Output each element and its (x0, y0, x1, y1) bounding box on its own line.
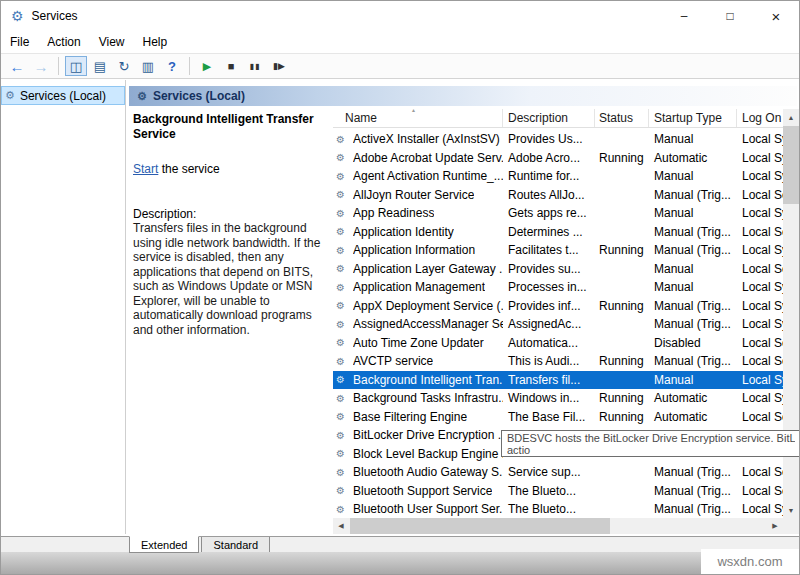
pause-service-icon[interactable]: ▮▮ (244, 56, 266, 76)
service-gear-icon: ⚙ (336, 374, 349, 385)
table-row[interactable]: ⚙AllJoyn Router ServiceRoutes AllJo...Ma… (333, 186, 783, 205)
properties-icon[interactable]: ▤ (89, 56, 111, 76)
service-description: Automatica... (503, 336, 595, 350)
table-row[interactable]: ⚙Agent Activation Runtime_...Runtime for… (333, 167, 783, 186)
table-row[interactable]: ⚙AVCTP serviceThis is Audi...RunningManu… (333, 352, 783, 371)
service-log-on: Local Sy... (737, 243, 783, 257)
tab-extended[interactable]: Extended (129, 536, 199, 553)
table-row[interactable]: ⚙Base Filtering EngineThe Base Fil...Run… (333, 408, 783, 427)
table-row[interactable]: ⚙AssignedAccessManager Se...AssignedAc..… (333, 315, 783, 334)
column-header-name[interactable]: ▲ Name (333, 109, 503, 127)
help-icon[interactable]: ? (161, 56, 183, 76)
service-log-on: Local Sy... (737, 151, 783, 165)
restart-service-icon[interactable]: ▮▶ (268, 56, 290, 76)
column-header-description[interactable]: Description (503, 109, 595, 127)
menu-file[interactable]: File (1, 35, 38, 49)
service-name-cell: ⚙Application Management (333, 280, 503, 294)
horizontal-scrollbar-thumb[interactable] (350, 518, 610, 534)
service-log-on: Local Sy... (737, 206, 783, 220)
scroll-up-icon[interactable]: ▲ (783, 109, 799, 125)
table-row[interactable]: ⚙Application InformationFacilitates t...… (333, 241, 783, 260)
service-name: AVCTP service (353, 354, 433, 368)
menu-help[interactable]: Help (134, 35, 177, 49)
service-gear-icon: ⚙ (336, 134, 349, 145)
table-row[interactable]: ⚙AppX Deployment Service (...Provides in… (333, 297, 783, 316)
table-row[interactable]: ⚙App ReadinessGets apps re...ManualLocal… (333, 204, 783, 223)
horizontal-scrollbar[interactable]: ◀ ▶ (333, 518, 783, 534)
title-bar: ⚙ Services – □ × (1, 1, 799, 31)
scroll-right-icon[interactable]: ▶ (767, 518, 783, 534)
vertical-scrollbar-thumb[interactable] (783, 126, 799, 204)
service-startup-type: Manual (649, 280, 737, 294)
scroll-left-icon[interactable]: ◀ (333, 518, 349, 534)
service-log-on: Local Se... (737, 188, 783, 202)
toolbar-separator (189, 57, 190, 75)
service-gear-icon: ⚙ (336, 504, 349, 515)
service-name: Bluetooth Audio Gateway S... (353, 465, 503, 479)
service-name: Background Intelligent Tran... (353, 373, 503, 387)
service-name: Application Information (353, 243, 475, 257)
service-startup-type: Manual (649, 262, 737, 276)
maximize-button[interactable]: □ (707, 1, 753, 31)
start-service-icon[interactable]: ▶ (196, 56, 218, 76)
service-startup-type: Manual (649, 132, 737, 146)
service-log-on: Local Se... (737, 225, 783, 239)
tab-standard[interactable]: Standard (201, 537, 270, 553)
minimize-button[interactable]: – (661, 1, 707, 31)
start-service-link[interactable]: Start (133, 162, 158, 176)
service-name: Application Management (353, 280, 485, 294)
table-row[interactable]: ⚙Bluetooth Support ServiceThe Blueto...M… (333, 482, 783, 501)
table-row[interactable]: ⚙Auto Time Zone UpdaterAutomatica...Disa… (333, 334, 783, 353)
service-name-cell: ⚙AllJoyn Router Service (333, 188, 503, 202)
service-description: Facilitates t... (503, 243, 595, 257)
service-description: Determines ... (503, 225, 595, 239)
service-gear-icon: ⚙ (336, 393, 349, 404)
service-name-cell: ⚙Bluetooth User Support Ser... (333, 502, 503, 516)
table-row[interactable]: ⚙Background Intelligent Tran...Transfers… (333, 371, 783, 390)
tree-item-label: Services (Local) (20, 89, 106, 103)
table-row[interactable]: ⚙Bluetooth User Support Ser...The Blueto… (333, 500, 783, 519)
stop-service-icon[interactable]: ■ (220, 56, 242, 76)
service-log-on: Local Se... (737, 465, 783, 479)
show-console-tree-icon[interactable]: ◫ (65, 56, 87, 76)
service-name-cell: ⚙ActiveX Installer (AxInstSV) (333, 132, 503, 146)
service-startup-type: Manual (Trig... (649, 354, 737, 368)
scroll-down-icon[interactable]: ▼ (783, 502, 799, 518)
service-name-cell: ⚙Auto Time Zone Updater (333, 336, 503, 350)
service-name: AllJoyn Router Service (353, 188, 474, 202)
table-row[interactable]: ⚙Background Tasks Infrastru...Windows in… (333, 389, 783, 408)
back-icon[interactable]: ← (6, 56, 28, 76)
service-description: Adobe Acro... (503, 151, 595, 165)
column-header-startup-type[interactable]: Startup Type (649, 109, 737, 127)
table-row[interactable]: ⚙Application IdentityDetermines ...Manua… (333, 223, 783, 242)
service-gear-icon: ⚙ (336, 282, 349, 293)
service-log-on: Local Se... (737, 410, 783, 424)
service-gear-icon: ⚙ (336, 300, 349, 311)
forward-icon[interactable]: → (30, 56, 52, 76)
menu-bar: File Action View Help (1, 31, 799, 53)
table-row[interactable]: ⚙ActiveX Installer (AxInstSV)Provides Us… (333, 130, 783, 149)
table-row[interactable]: ⚙Adobe Acrobat Update Serv...Adobe Acro.… (333, 149, 783, 168)
service-name-cell: ⚙App Readiness (333, 206, 503, 220)
menu-view[interactable]: View (90, 35, 134, 49)
watermark-text: wsxdn.com (717, 554, 782, 569)
services-node-icon: ⚙ (5, 89, 15, 102)
close-button[interactable]: × (753, 1, 799, 31)
service-name: App Readiness (353, 206, 434, 220)
menu-action[interactable]: Action (38, 35, 89, 49)
refresh-icon[interactable]: ↻ (113, 56, 135, 76)
service-gear-icon: ⚙ (336, 171, 349, 182)
table-row[interactable]: ⚙Application Layer Gateway ...Provides s… (333, 260, 783, 279)
service-name: AssignedAccessManager Se... (353, 317, 503, 331)
toolbar-separator (58, 57, 59, 75)
sort-ascending-icon: ▲ (411, 109, 416, 113)
column-header-log-on[interactable]: Log On (737, 109, 783, 127)
table-row[interactable]: ⚙Application ManagementProcesses in...Ma… (333, 278, 783, 297)
tree-item-services-local[interactable]: ⚙ Services (Local) (1, 86, 125, 105)
tooltip: BDESVC hosts the BitLocker Drive Encrypt… (501, 430, 800, 457)
export-list-icon[interactable]: ▥ (137, 56, 159, 76)
table-row[interactable]: ⚙Bluetooth Audio Gateway S...Service sup… (333, 463, 783, 482)
service-name-cell: ⚙Application Identity (333, 225, 503, 239)
service-description: Provides inf... (503, 299, 595, 313)
column-header-status[interactable]: Status (595, 109, 649, 127)
